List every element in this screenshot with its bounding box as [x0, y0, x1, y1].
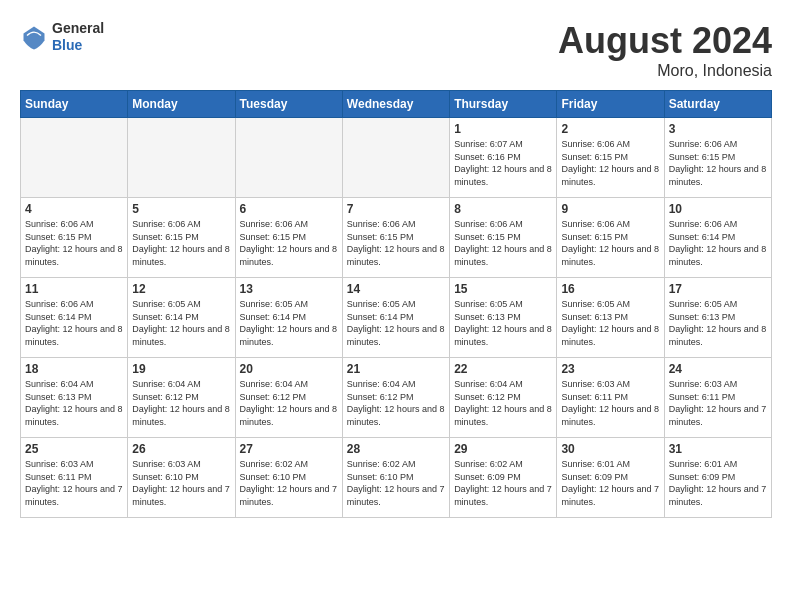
- weekday-header-monday: Monday: [128, 91, 235, 118]
- day-number: 16: [561, 282, 659, 296]
- location: Moro, Indonesia: [558, 62, 772, 80]
- calendar-cell: 20Sunrise: 6:04 AMSunset: 6:12 PMDayligh…: [235, 358, 342, 438]
- calendar-cell: 22Sunrise: 6:04 AMSunset: 6:12 PMDayligh…: [450, 358, 557, 438]
- calendar-cell: 10Sunrise: 6:06 AMSunset: 6:14 PMDayligh…: [664, 198, 771, 278]
- day-info: Sunrise: 6:06 AMSunset: 6:15 PMDaylight:…: [132, 218, 230, 268]
- weekday-header-saturday: Saturday: [664, 91, 771, 118]
- day-number: 11: [25, 282, 123, 296]
- day-info: Sunrise: 6:06 AMSunset: 6:15 PMDaylight:…: [561, 218, 659, 268]
- day-info: Sunrise: 6:02 AMSunset: 6:09 PMDaylight:…: [454, 458, 552, 508]
- day-info: Sunrise: 6:04 AMSunset: 6:12 PMDaylight:…: [132, 378, 230, 428]
- calendar-week-2: 4Sunrise: 6:06 AMSunset: 6:15 PMDaylight…: [21, 198, 772, 278]
- calendar-cell: 25Sunrise: 6:03 AMSunset: 6:11 PMDayligh…: [21, 438, 128, 518]
- calendar-week-1: 1Sunrise: 6:07 AMSunset: 6:16 PMDaylight…: [21, 118, 772, 198]
- calendar-cell: 19Sunrise: 6:04 AMSunset: 6:12 PMDayligh…: [128, 358, 235, 438]
- day-info: Sunrise: 6:07 AMSunset: 6:16 PMDaylight:…: [454, 138, 552, 188]
- day-info: Sunrise: 6:03 AMSunset: 6:10 PMDaylight:…: [132, 458, 230, 508]
- calendar-cell: 3Sunrise: 6:06 AMSunset: 6:15 PMDaylight…: [664, 118, 771, 198]
- calendar-cell: 16Sunrise: 6:05 AMSunset: 6:13 PMDayligh…: [557, 278, 664, 358]
- day-number: 22: [454, 362, 552, 376]
- day-number: 17: [669, 282, 767, 296]
- weekday-row: SundayMondayTuesdayWednesdayThursdayFrid…: [21, 91, 772, 118]
- calendar-cell: 7Sunrise: 6:06 AMSunset: 6:15 PMDaylight…: [342, 198, 449, 278]
- day-info: Sunrise: 6:02 AMSunset: 6:10 PMDaylight:…: [347, 458, 445, 508]
- day-info: Sunrise: 6:06 AMSunset: 6:15 PMDaylight:…: [669, 138, 767, 188]
- day-number: 24: [669, 362, 767, 376]
- day-info: Sunrise: 6:03 AMSunset: 6:11 PMDaylight:…: [25, 458, 123, 508]
- calendar-week-4: 18Sunrise: 6:04 AMSunset: 6:13 PMDayligh…: [21, 358, 772, 438]
- calendar-week-5: 25Sunrise: 6:03 AMSunset: 6:11 PMDayligh…: [21, 438, 772, 518]
- day-number: 19: [132, 362, 230, 376]
- day-number: 27: [240, 442, 338, 456]
- day-number: 31: [669, 442, 767, 456]
- day-info: Sunrise: 6:06 AMSunset: 6:15 PMDaylight:…: [347, 218, 445, 268]
- day-info: Sunrise: 6:02 AMSunset: 6:10 PMDaylight:…: [240, 458, 338, 508]
- day-number: 15: [454, 282, 552, 296]
- day-number: 8: [454, 202, 552, 216]
- day-number: 7: [347, 202, 445, 216]
- logo-general: General: [52, 20, 104, 37]
- day-number: 29: [454, 442, 552, 456]
- day-info: Sunrise: 6:05 AMSunset: 6:13 PMDaylight:…: [561, 298, 659, 348]
- calendar-cell: 15Sunrise: 6:05 AMSunset: 6:13 PMDayligh…: [450, 278, 557, 358]
- calendar-cell: 8Sunrise: 6:06 AMSunset: 6:15 PMDaylight…: [450, 198, 557, 278]
- calendar-cell: [342, 118, 449, 198]
- month-year: August 2024: [558, 20, 772, 62]
- calendar-cell: [235, 118, 342, 198]
- day-number: 14: [347, 282, 445, 296]
- day-number: 20: [240, 362, 338, 376]
- calendar-cell: 2Sunrise: 6:06 AMSunset: 6:15 PMDaylight…: [557, 118, 664, 198]
- day-info: Sunrise: 6:05 AMSunset: 6:14 PMDaylight:…: [240, 298, 338, 348]
- day-info: Sunrise: 6:05 AMSunset: 6:13 PMDaylight:…: [669, 298, 767, 348]
- calendar-cell: 1Sunrise: 6:07 AMSunset: 6:16 PMDaylight…: [450, 118, 557, 198]
- weekday-header-friday: Friday: [557, 91, 664, 118]
- calendar-week-3: 11Sunrise: 6:06 AMSunset: 6:14 PMDayligh…: [21, 278, 772, 358]
- calendar-cell: 18Sunrise: 6:04 AMSunset: 6:13 PMDayligh…: [21, 358, 128, 438]
- logo-icon: [20, 23, 48, 51]
- calendar-cell: 29Sunrise: 6:02 AMSunset: 6:09 PMDayligh…: [450, 438, 557, 518]
- weekday-header-thursday: Thursday: [450, 91, 557, 118]
- calendar-cell: 17Sunrise: 6:05 AMSunset: 6:13 PMDayligh…: [664, 278, 771, 358]
- day-number: 10: [669, 202, 767, 216]
- day-info: Sunrise: 6:06 AMSunset: 6:14 PMDaylight:…: [25, 298, 123, 348]
- day-number: 26: [132, 442, 230, 456]
- calendar-cell: 13Sunrise: 6:05 AMSunset: 6:14 PMDayligh…: [235, 278, 342, 358]
- logo-blue: Blue: [52, 37, 104, 54]
- day-number: 30: [561, 442, 659, 456]
- weekday-header-wednesday: Wednesday: [342, 91, 449, 118]
- calendar-cell: 4Sunrise: 6:06 AMSunset: 6:15 PMDaylight…: [21, 198, 128, 278]
- calendar-cell: 21Sunrise: 6:04 AMSunset: 6:12 PMDayligh…: [342, 358, 449, 438]
- day-number: 4: [25, 202, 123, 216]
- day-info: Sunrise: 6:05 AMSunset: 6:14 PMDaylight:…: [132, 298, 230, 348]
- calendar-cell: 31Sunrise: 6:01 AMSunset: 6:09 PMDayligh…: [664, 438, 771, 518]
- day-info: Sunrise: 6:06 AMSunset: 6:15 PMDaylight:…: [25, 218, 123, 268]
- day-number: 21: [347, 362, 445, 376]
- page-header: General Blue August 2024 Moro, Indonesia: [20, 20, 772, 80]
- calendar-cell: 9Sunrise: 6:06 AMSunset: 6:15 PMDaylight…: [557, 198, 664, 278]
- logo: General Blue: [20, 20, 104, 54]
- calendar-cell: 6Sunrise: 6:06 AMSunset: 6:15 PMDaylight…: [235, 198, 342, 278]
- day-info: Sunrise: 6:06 AMSunset: 6:15 PMDaylight:…: [240, 218, 338, 268]
- calendar-cell: 30Sunrise: 6:01 AMSunset: 6:09 PMDayligh…: [557, 438, 664, 518]
- day-number: 2: [561, 122, 659, 136]
- calendar-table: SundayMondayTuesdayWednesdayThursdayFrid…: [20, 90, 772, 518]
- day-info: Sunrise: 6:03 AMSunset: 6:11 PMDaylight:…: [561, 378, 659, 428]
- calendar-cell: 23Sunrise: 6:03 AMSunset: 6:11 PMDayligh…: [557, 358, 664, 438]
- calendar-cell: 28Sunrise: 6:02 AMSunset: 6:10 PMDayligh…: [342, 438, 449, 518]
- calendar-header: SundayMondayTuesdayWednesdayThursdayFrid…: [21, 91, 772, 118]
- day-number: 1: [454, 122, 552, 136]
- weekday-header-sunday: Sunday: [21, 91, 128, 118]
- day-number: 18: [25, 362, 123, 376]
- day-number: 6: [240, 202, 338, 216]
- title-section: August 2024 Moro, Indonesia: [558, 20, 772, 80]
- day-number: 23: [561, 362, 659, 376]
- day-number: 3: [669, 122, 767, 136]
- calendar-cell: 27Sunrise: 6:02 AMSunset: 6:10 PMDayligh…: [235, 438, 342, 518]
- calendar-cell: 12Sunrise: 6:05 AMSunset: 6:14 PMDayligh…: [128, 278, 235, 358]
- calendar-cell: 14Sunrise: 6:05 AMSunset: 6:14 PMDayligh…: [342, 278, 449, 358]
- day-info: Sunrise: 6:05 AMSunset: 6:14 PMDaylight:…: [347, 298, 445, 348]
- day-info: Sunrise: 6:04 AMSunset: 6:12 PMDaylight:…: [240, 378, 338, 428]
- day-number: 25: [25, 442, 123, 456]
- day-number: 13: [240, 282, 338, 296]
- calendar-cell: 11Sunrise: 6:06 AMSunset: 6:14 PMDayligh…: [21, 278, 128, 358]
